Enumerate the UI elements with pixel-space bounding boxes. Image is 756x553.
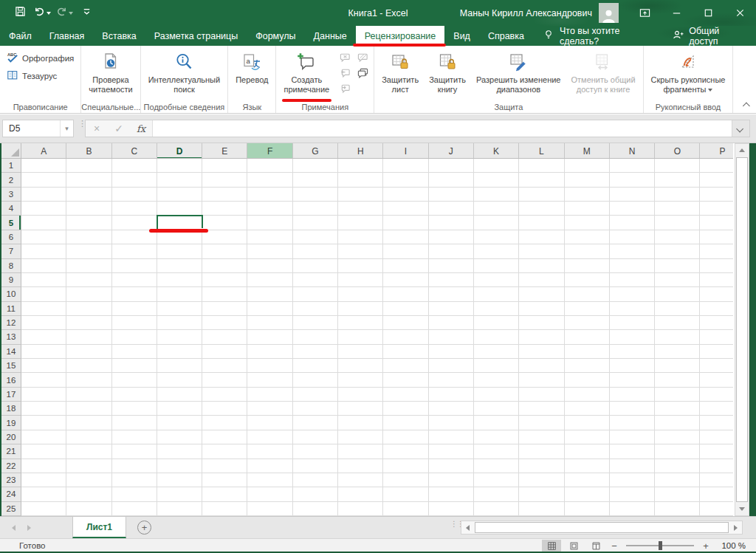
scroll-left-button[interactable]	[461, 521, 474, 534]
button-allow-edit-ranges[interactable]: Разрешить изменение диапазонов	[471, 48, 566, 101]
minimize-button[interactable]	[661, 0, 693, 26]
vertical-scrollbar[interactable]	[735, 143, 749, 516]
sheet-grid[interactable]	[21, 159, 733, 516]
normal-view-button[interactable]	[542, 540, 561, 552]
maximize-button[interactable]	[693, 0, 724, 26]
undo-button[interactable]	[32, 4, 52, 22]
column-header-o[interactable]: O	[655, 143, 700, 159]
ribbon-tab-help[interactable]: Справка	[479, 26, 533, 46]
row-header-22[interactable]: 22	[1, 459, 21, 473]
button-show-all-comments[interactable]	[354, 66, 371, 82]
button-translate[interactable]: aПеревод	[230, 48, 273, 101]
ribbon-tab-review[interactable]: Рецензирование	[356, 26, 445, 46]
sheet-tab-list1[interactable]: Лист1	[72, 517, 126, 538]
row-header-6[interactable]: 6	[1, 230, 21, 244]
button-delete-comment[interactable]	[336, 51, 354, 66]
select-all-button[interactable]	[1, 143, 21, 159]
cancel-entry-button[interactable]: ×	[86, 120, 108, 137]
button-thesaurus[interactable]: Тезаурус	[2, 68, 78, 84]
row-header-13[interactable]: 13	[1, 330, 21, 344]
tell-me-box[interactable]: Что вы хотите сделать?	[533, 26, 659, 46]
horizontal-scroll-thumb[interactable]	[475, 522, 729, 533]
button-protect-workbook[interactable]: Защитить книгу	[424, 48, 471, 101]
column-header-a[interactable]: A	[21, 143, 66, 159]
avatar[interactable]	[599, 3, 619, 23]
button-show-hide-comment[interactable]	[354, 51, 371, 66]
row-header-7[interactable]: 7	[1, 244, 21, 258]
row-header-9[interactable]: 9	[1, 273, 21, 287]
column-header-h[interactable]: H	[338, 143, 383, 159]
row-header-12[interactable]: 12	[1, 316, 21, 330]
formula-bar-handle[interactable]: ⋮	[78, 121, 83, 136]
column-header-j[interactable]: J	[429, 143, 474, 159]
column-header-f[interactable]: F	[247, 143, 292, 159]
column-header-k[interactable]: K	[474, 143, 519, 159]
ribbon-tab-home[interactable]: Главная	[41, 26, 94, 46]
button-unshare-workbook[interactable]: Отменить общий доступ к книге	[566, 48, 640, 101]
formula-input[interactable]	[152, 120, 732, 137]
column-header-l[interactable]: L	[519, 143, 564, 159]
expand-formula-bar-button[interactable]	[732, 120, 749, 137]
name-box[interactable]: D5 ▾	[2, 120, 74, 137]
column-header-p[interactable]: P	[700, 143, 733, 159]
column-header-n[interactable]: N	[610, 143, 655, 159]
row-header-3[interactable]: 3	[1, 188, 21, 202]
name-box-dropdown[interactable]: ▾	[60, 120, 73, 137]
row-header-20[interactable]: 20	[1, 430, 21, 444]
scroll-right-button[interactable]	[729, 521, 742, 534]
vertical-scroll-thumb[interactable]	[736, 157, 748, 502]
user-account[interactable]: Маныч Кирилл Александрович	[460, 0, 619, 26]
row-header-14[interactable]: 14	[1, 345, 21, 359]
ribbon-tab-data[interactable]: Данные	[305, 26, 356, 46]
button-protect-sheet[interactable]: Защитить лист	[377, 48, 424, 101]
ribbon-tab-formulas[interactable]: Формулы	[247, 26, 304, 46]
row-header-10[interactable]: 10	[1, 287, 21, 301]
column-header-c[interactable]: C	[112, 143, 157, 159]
row-header-1[interactable]: 1	[1, 159, 21, 173]
column-header-b[interactable]: B	[66, 143, 111, 159]
row-header-24[interactable]: 24	[1, 487, 21, 501]
row-header-19[interactable]: 19	[1, 416, 21, 430]
row-header-16[interactable]: 16	[1, 373, 21, 387]
previous-sheet-button[interactable]	[12, 525, 16, 531]
row-header-2[interactable]: 2	[1, 173, 21, 187]
row-header-18[interactable]: 18	[1, 402, 21, 416]
scroll-down-button[interactable]	[735, 503, 749, 515]
column-header-m[interactable]: M	[565, 143, 610, 159]
row-header-23[interactable]: 23	[1, 473, 21, 487]
ribbon-tab-page-layout[interactable]: Разметка страницы	[145, 26, 247, 46]
row-header-4[interactable]: 4	[1, 202, 21, 216]
horizontal-scrollbar[interactable]	[461, 521, 743, 535]
column-header-d[interactable]: D	[157, 143, 202, 159]
insert-function-button[interactable]: fx	[130, 120, 152, 137]
ribbon-tab-file[interactable]: Файл	[0, 26, 41, 46]
button-spelling[interactable]: ABCОрфография	[2, 50, 78, 66]
zoom-slider[interactable]	[626, 545, 694, 546]
share-button[interactable]: Общий доступ	[659, 26, 756, 46]
column-header-i[interactable]: I	[383, 143, 428, 159]
column-header-g[interactable]: G	[293, 143, 338, 159]
row-header-17[interactable]: 17	[1, 388, 21, 402]
zoom-in-button[interactable]: +	[700, 540, 712, 552]
button-hide-ink[interactable]: Скрыть рукописные фрагменты	[646, 48, 731, 101]
row-header-8[interactable]: 8	[1, 259, 21, 273]
row-header-21[interactable]: 21	[1, 444, 21, 458]
collapse-ribbon-button[interactable]	[739, 100, 751, 111]
row-header-5[interactable]: 5	[1, 216, 21, 230]
ribbon-tab-insert[interactable]: Вставка	[93, 26, 145, 46]
next-sheet-button[interactable]	[27, 525, 31, 531]
page-break-preview-button[interactable]	[586, 540, 605, 552]
row-header-11[interactable]: 11	[1, 302, 21, 316]
button-smart-lookup[interactable]: Интеллектуальный поиск	[143, 48, 225, 101]
save-button[interactable]	[10, 4, 30, 22]
customize-quick-access-button[interactable]	[77, 4, 96, 22]
column-header-e[interactable]: E	[202, 143, 247, 159]
zoom-out-button[interactable]: −	[608, 540, 620, 552]
button-previous-comment[interactable]	[336, 66, 354, 82]
button-check-readability[interactable]: Проверка читаемости	[83, 48, 137, 101]
row-header-25[interactable]: 25	[1, 502, 21, 516]
zoom-level[interactable]: 100 %	[715, 541, 746, 550]
new-sheet-button[interactable]: +	[137, 521, 151, 535]
ribbon-tab-view[interactable]: Вид	[444, 26, 479, 46]
close-button[interactable]	[724, 0, 756, 26]
